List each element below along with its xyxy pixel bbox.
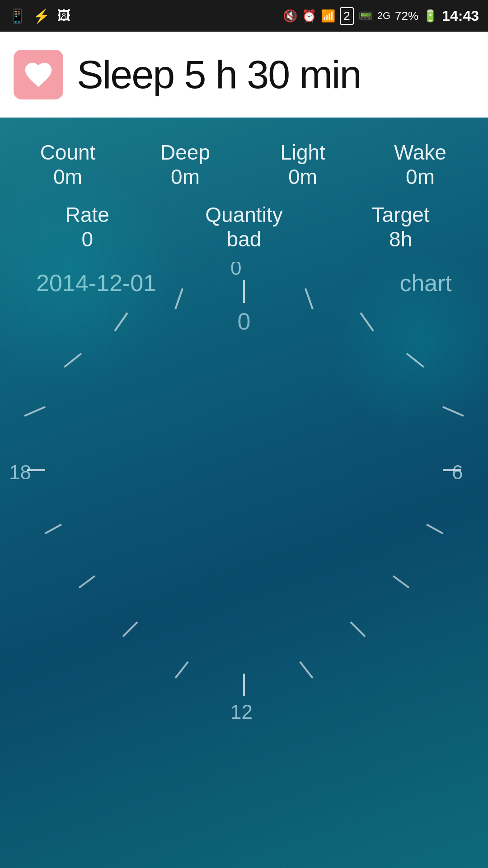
alarm-icon: ⏰	[302, 9, 316, 23]
heart-icon	[23, 59, 54, 90]
clock-time: 14:43	[442, 8, 479, 24]
mute-icon: 🔇	[283, 9, 297, 23]
svg-line-2	[115, 313, 127, 331]
stat-light-label: Light	[280, 140, 325, 165]
svg-line-7	[361, 313, 373, 331]
svg-line-8	[407, 354, 424, 367]
svg-text:18: 18	[9, 461, 31, 483]
stat-quantity-label: Quantity	[205, 203, 282, 227]
stat-deep-label: Deep	[160, 140, 210, 165]
stat-rate-value: 0	[82, 227, 94, 251]
svg-line-4	[24, 407, 45, 416]
phone-icon: 📱	[9, 8, 26, 24]
stat-wake: Wake 0m	[361, 136, 479, 193]
stat-target: Target 8h	[322, 203, 479, 251]
svg-line-17	[393, 576, 409, 588]
signal-2g-icon: 2G	[377, 10, 390, 22]
stat-deep: Deep 0m	[127, 136, 244, 193]
status-bar: 📱 ⚡ 🖼 🔇 ⏰ 📶 2 📟 2G 72% 🔋 14:43	[0, 0, 488, 32]
svg-line-12	[79, 576, 95, 588]
clock-face: 0 18 6 12	[9, 262, 479, 805]
stat-count-label: Count	[40, 140, 96, 165]
svg-text:0: 0	[230, 262, 241, 279]
svg-line-3	[64, 354, 81, 367]
sleep-title: Sleep 5 h 30 min	[77, 52, 361, 98]
stat-target-label: Target	[372, 203, 430, 227]
stat-wake-value: 0m	[406, 165, 435, 189]
stat-rate-label: Rate	[66, 203, 109, 227]
svg-line-14	[175, 662, 188, 678]
status-left-icons: 📱 ⚡ 🖼	[9, 8, 70, 24]
svg-line-13	[123, 622, 137, 637]
stat-light-value: 0m	[288, 165, 317, 189]
battery-text: 72%	[395, 9, 418, 23]
main-content: Count 0m Deep 0m Light 0m Wake 0m Rate 0…	[0, 118, 488, 868]
sim-icon: 📟	[358, 9, 373, 23]
stats-row-1: Count 0m Deep 0m Light 0m Wake 0m	[0, 118, 488, 198]
svg-line-9	[443, 407, 464, 416]
badge-icon: 2	[340, 7, 353, 25]
battery-icon: 🔋	[423, 9, 437, 23]
svg-text:12: 12	[230, 701, 253, 723]
app-header: Sleep 5 h 30 min	[0, 32, 488, 118]
stat-quantity: Quantity bad	[166, 203, 323, 251]
svg-line-19	[300, 662, 313, 678]
svg-line-11	[45, 524, 61, 533]
status-right-icons: 🔇 ⏰ 📶 2 📟 2G 72% 🔋 14:43	[283, 7, 479, 25]
usb-icon: ⚡	[33, 8, 50, 24]
wifi-icon: 📶	[321, 9, 335, 23]
svg-line-18	[351, 622, 365, 637]
svg-text:6: 6	[452, 461, 463, 483]
svg-line-16	[427, 524, 443, 533]
stat-light: Light 0m	[244, 136, 361, 193]
stat-target-value: 8h	[389, 227, 412, 251]
svg-line-6	[305, 288, 313, 309]
stat-count-value: 0m	[53, 165, 82, 189]
image-icon: 🖼	[57, 8, 70, 24]
stat-quantity-value: bad	[227, 227, 262, 251]
stat-wake-label: Wake	[394, 140, 446, 165]
svg-line-1	[175, 288, 183, 309]
heart-icon-box	[14, 50, 63, 99]
stat-deep-value: 0m	[171, 165, 200, 189]
